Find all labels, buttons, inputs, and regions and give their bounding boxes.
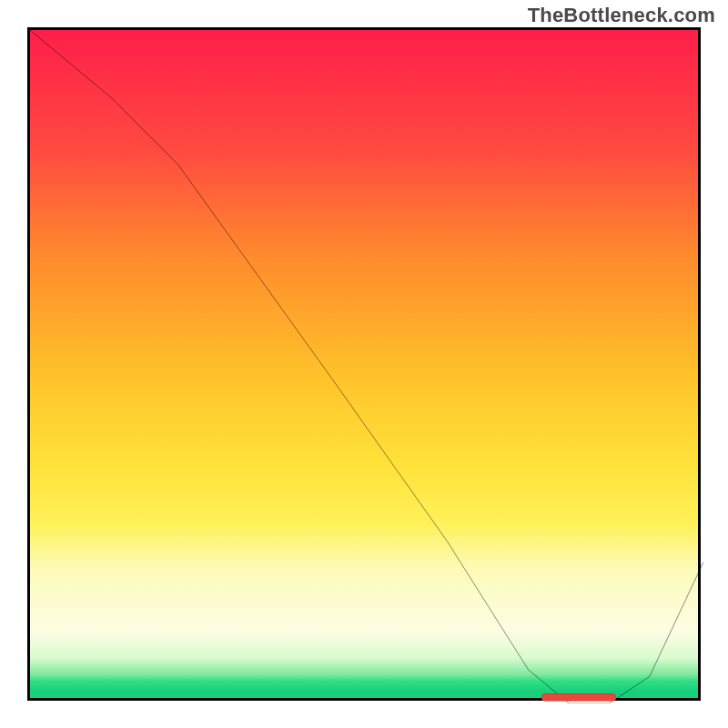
optimum-marker xyxy=(30,30,703,703)
svg-rect-0 xyxy=(541,694,615,701)
plot-area xyxy=(27,27,701,701)
watermark-text: TheBottleneck.com xyxy=(528,4,715,27)
bottleneck-curve xyxy=(30,30,703,703)
chart-stage: TheBottleneck.com xyxy=(0,0,728,728)
